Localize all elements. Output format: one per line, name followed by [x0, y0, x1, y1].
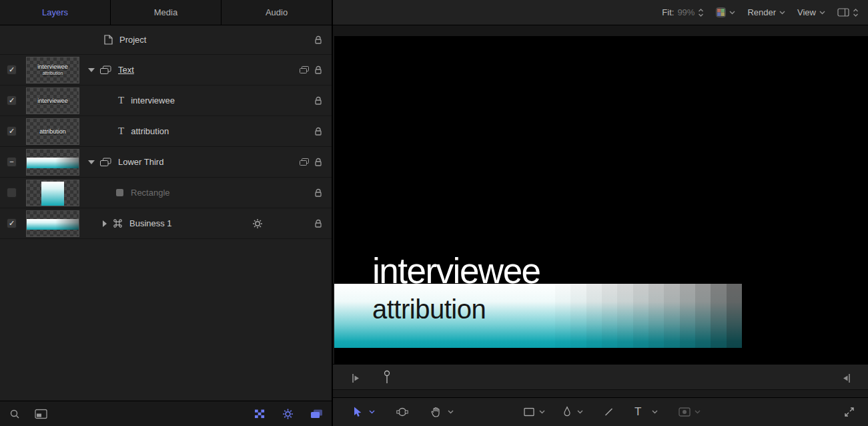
thumb-text: interviewee [37, 63, 68, 70]
lock-icon[interactable] [314, 127, 322, 136]
view-popup[interactable]: View [797, 7, 825, 17]
text-layer-icon: T [118, 126, 124, 137]
tab-media[interactable]: Media [111, 0, 222, 25]
playhead-marker-icon[interactable] [384, 370, 390, 387]
gear-icon[interactable] [252, 218, 263, 229]
tab-layers[interactable]: Layers [0, 0, 111, 25]
canvas[interactable]: interviewee attribution [334, 36, 868, 364]
select-tool-icon[interactable] [353, 407, 362, 418]
tab-audio[interactable]: Audio [222, 0, 332, 25]
layer-thumbnail[interactable]: interviewee [26, 87, 79, 114]
render-popup[interactable]: Render [747, 7, 785, 17]
color-channels-icon [716, 7, 726, 17]
canvas-text-attribution[interactable]: attribution [372, 294, 486, 324]
activation-checkbox[interactable]: ✓ [7, 65, 17, 75]
thumb-gradient [27, 158, 79, 168]
layers-stack-icon[interactable] [310, 409, 323, 419]
stepper-icon[interactable] [853, 8, 859, 17]
thumb-text: interviewee [37, 97, 68, 104]
disclosure-triangle-icon[interactable] [88, 68, 95, 72]
mini-timeline[interactable] [333, 364, 868, 397]
layer-thumbnail[interactable] [26, 180, 79, 206]
activation-checkbox[interactable]: − [7, 157, 17, 167]
lock-icon[interactable] [314, 96, 322, 105]
layers-list: Project ✓ interviewee attribution [0, 25, 332, 401]
layer-row-attribution[interactable]: ✓ attribution T attribution [0, 116, 332, 147]
isolate-icon[interactable] [300, 66, 309, 74]
disclosure-triangle-icon[interactable] [103, 220, 107, 227]
chevron-down-icon[interactable] [369, 410, 375, 414]
rectangle-tool-icon[interactable] [524, 408, 534, 417]
chevron-down-icon[interactable] [652, 410, 658, 414]
layer-name[interactable]: attribution [131, 126, 169, 136]
activation-checkbox[interactable]: ✓ [7, 126, 17, 136]
disclosure-triangle-icon[interactable] [88, 160, 95, 164]
view-label: View [797, 7, 816, 17]
layer-name[interactable]: Text [118, 65, 134, 75]
gear-icon[interactable] [282, 408, 294, 419]
render-label: Render [747, 7, 776, 17]
group-icon [100, 158, 111, 167]
lock-icon[interactable] [314, 158, 322, 167]
layer-name[interactable]: interviewee [131, 95, 175, 105]
motion-window: Layers Media Audio Project ✓ [0, 0, 868, 426]
isolate-icon[interactable] [300, 158, 309, 166]
line-tool-icon[interactable] [604, 407, 614, 417]
banner-bars [555, 284, 742, 348]
layer-row-text[interactable]: ✓ interviewee attribution Text [0, 55, 332, 85]
play-range-in-icon[interactable] [352, 373, 360, 387]
chevron-down-icon[interactable] [539, 410, 545, 414]
edit-points-tool-icon[interactable] [396, 407, 408, 418]
thumb-gradient [27, 219, 79, 230]
layer-thumbnail[interactable]: interviewee attribution [26, 57, 79, 83]
layer-row-rectangle[interactable]: Rectangle [0, 178, 332, 208]
image-mask-tool-icon[interactable] [679, 407, 691, 417]
activation-checkbox[interactable]: ✓ [7, 95, 17, 105]
lock-icon[interactable] [314, 219, 322, 228]
thumb-text: attribution [39, 128, 66, 135]
layer-row-business-1[interactable]: ✓ Business 1 [0, 208, 332, 239]
layer-name[interactable]: Lower Third [118, 157, 163, 167]
text-tool-icon[interactable]: T [634, 405, 641, 419]
paint-stroke-tool-icon[interactable] [562, 407, 572, 418]
layers-panel-footer [0, 401, 332, 426]
lower-third-banner[interactable]: attribution [334, 284, 742, 348]
layer-name[interactable]: Business 1 [129, 218, 172, 228]
viewer-toolbar: Fit: 99% Render Vi [333, 0, 868, 25]
lock-icon[interactable] [314, 35, 322, 45]
layer-row-interviewee[interactable]: ✓ interviewee T interviewee [0, 85, 332, 116]
lock-icon[interactable] [314, 188, 322, 198]
chevron-down-icon[interactable] [695, 410, 701, 414]
checkerboard-icon[interactable] [254, 409, 266, 419]
group-icon [100, 65, 111, 75]
channels-popup[interactable] [716, 7, 735, 17]
thumb-gradient [41, 182, 64, 206]
hand-tool-icon[interactable] [430, 407, 441, 418]
text-layer-icon: T [118, 95, 124, 106]
activation-checkbox[interactable]: ✓ [7, 218, 17, 228]
activation-checkbox[interactable] [7, 188, 17, 198]
layer-thumbnail[interactable] [26, 149, 79, 176]
play-range-out-icon[interactable] [842, 373, 851, 387]
display-popup[interactable] [837, 8, 859, 17]
layer-thumbnail[interactable] [26, 210, 79, 237]
stepper-icon[interactable] [698, 8, 704, 17]
document-icon [104, 35, 113, 45]
layer-name[interactable]: Rectangle [131, 188, 170, 198]
project-row[interactable]: Project [0, 25, 332, 55]
search-icon[interactable] [9, 409, 20, 419]
layer-row-lower-third[interactable]: − Lower Third [0, 147, 332, 178]
preview-toggle-icon[interactable] [35, 409, 47, 419]
project-label[interactable]: Project [119, 35, 146, 45]
lock-icon[interactable] [314, 65, 322, 75]
fit-label: Fit: [662, 7, 674, 17]
layer-thumbnail[interactable]: attribution [26, 118, 79, 145]
chevron-down-icon[interactable] [577, 410, 583, 414]
chevron-down-icon [729, 11, 735, 15]
zoom-control[interactable]: Fit: 99% [662, 7, 704, 17]
shape-icon [115, 188, 124, 197]
expand-icon[interactable] [844, 407, 855, 417]
timeline-scrollbar[interactable] [333, 389, 868, 397]
chevron-down-icon[interactable] [448, 410, 454, 414]
panel-tab-bar: Layers Media Audio [0, 0, 332, 25]
